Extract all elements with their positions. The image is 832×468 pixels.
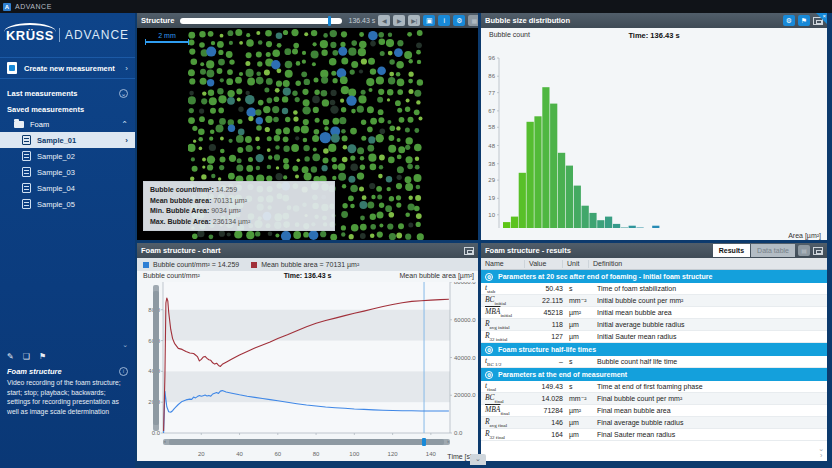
legend-item-bubble-count: Bubble count/mm² = 14.259 <box>143 261 239 268</box>
folder-label: Foam <box>30 120 115 129</box>
step-forward-button[interactable]: ▶| <box>408 15 420 26</box>
slider-handle[interactable] <box>169 439 444 445</box>
play-button[interactable]: ▶ <box>393 15 405 26</box>
report-icon[interactable]: ⚑ <box>39 353 46 361</box>
chart-panel-title: Foam structure - chart <box>141 246 221 255</box>
slider-left-arrow[interactable]: ‹ <box>164 438 166 444</box>
param-unit: µm <box>563 419 589 426</box>
svg-text:38: 38 <box>488 161 495 167</box>
chevron-right-icon: › <box>125 136 128 145</box>
fullscreen-icon[interactable] <box>464 247 474 255</box>
step-back-button[interactable]: ◀ <box>378 15 390 26</box>
logo-divider <box>59 28 60 42</box>
measurement-icon <box>22 183 31 193</box>
sample-label: Sample_03 <box>37 168 128 177</box>
sidebar-item-sample_01[interactable]: Sample_01› <box>0 132 135 148</box>
param-definition: Final average bubble radius <box>589 419 827 426</box>
horizontal-zoom-slider[interactable]: ‹ › <box>163 439 450 445</box>
app-title: ADVANCE <box>15 3 52 10</box>
param-unit: mm⁻² <box>563 297 589 305</box>
param-unit: mm⁻² <box>563 395 589 403</box>
overlay-label: Min. Bubble Area: <box>150 207 211 214</box>
panel-collapse-handle[interactable]: ⌄ <box>470 454 486 465</box>
column-header-value: Value <box>525 260 563 268</box>
time-cursor-marker[interactable] <box>422 438 426 446</box>
overlay-row: Max. Bubble Area: 236134 µm² <box>150 217 328 228</box>
column-header-name: Name <box>481 260 525 268</box>
overlay-value: 70131 µm² <box>213 197 247 204</box>
sidebar-item-sample_02[interactable]: Sample_02 <box>0 148 135 164</box>
sidebar-item-sample_04[interactable]: Sample_04 <box>0 180 135 196</box>
fullscreen-icon[interactable] <box>813 247 823 255</box>
section-gear-icon[interactable]: ⚙ <box>485 346 493 354</box>
legend-label: Mean bubble area = 70131 µm² <box>261 261 359 268</box>
snapshot-button[interactable]: ▣ <box>423 15 435 26</box>
export-icon[interactable]: ❏ <box>23 353 30 361</box>
chevron-up-icon[interactable]: ⌃ <box>121 120 128 129</box>
video-timeline-slider[interactable] <box>180 18 342 24</box>
param-name: BCfinal <box>481 393 525 404</box>
info-icon[interactable]: i <box>119 367 128 376</box>
overlay-row: Bubble count/mm²: 14.259 <box>150 185 328 196</box>
tab-data-table[interactable]: Data table <box>751 244 795 257</box>
param-value: 50.43 <box>525 285 563 292</box>
svg-text:0.0: 0.0 <box>454 430 463 436</box>
create-new-measurement-button[interactable]: Create new measurement › <box>0 57 135 79</box>
sidebar-item-last-measurements[interactable]: Last measurements ⌄ <box>0 85 135 101</box>
section-gear-icon[interactable]: ⚙ <box>485 273 493 281</box>
measurement-icon <box>22 167 31 177</box>
svg-text:20: 20 <box>198 451 205 457</box>
slider-handle[interactable] <box>153 291 159 425</box>
param-definition: Final mean bubble area <box>589 407 827 414</box>
param-definition: Initial mean bubble area <box>589 309 827 316</box>
svg-text:19: 19 <box>488 195 495 201</box>
table-row: R32 initial127µmInitial Sauter mean radi… <box>481 331 827 343</box>
param-value: 71284 <box>525 407 563 414</box>
settings-button[interactable]: ⚙ <box>783 15 795 26</box>
chevron-down-icon[interactable]: ⌄ <box>7 341 128 350</box>
param-definition: Initial average bubble radius <box>589 321 827 328</box>
param-name: MBAinitial <box>481 307 525 318</box>
param-name: Ravg initial <box>481 319 525 330</box>
results-panel-header: Foam structure - results Results Data ta… <box>481 243 827 258</box>
sidebar-folder-foam[interactable]: Foam ⌃ <box>0 117 135 132</box>
results-panel-title: Foam structure - results <box>485 246 571 255</box>
structure-panel-header: Structure 136.43 s ◀ ▶ ▶| ▣ i ⚙ ▦ <box>137 13 478 28</box>
param-value: 22.115 <box>525 297 563 304</box>
sample-label: Sample_04 <box>37 184 128 193</box>
param-value: – <box>525 358 563 365</box>
section-title: Parameters at 20 sec after end of foamin… <box>498 273 712 280</box>
tab-results[interactable]: Results <box>713 244 750 257</box>
section-header: ⚙Foam structure half-life times <box>481 343 827 356</box>
table-row: tfinal149.43sTime at end of first foamin… <box>481 381 827 393</box>
chart-panel-header: Foam structure - chart <box>137 243 478 258</box>
vertical-zoom-slider[interactable] <box>153 285 159 431</box>
slider-right-arrow[interactable]: › <box>447 438 449 444</box>
section-gear-icon[interactable]: ⚙ <box>485 371 493 379</box>
svg-text:77: 77 <box>488 90 495 96</box>
table-row: BCinitial22.115mm⁻²Initial bubble count … <box>481 295 827 307</box>
scroll-arrows[interactable]: ⌄› <box>818 445 824 459</box>
svg-text:60000.0: 60000.0 <box>454 317 476 323</box>
svg-text:100: 100 <box>349 451 360 457</box>
sidebar-item-sample_05[interactable]: Sample_05 <box>0 196 135 212</box>
sidebar-item-saved-measurements[interactable]: Saved measurements <box>0 101 135 117</box>
pen-icon[interactable]: ✎ <box>7 353 14 361</box>
svg-text:40: 40 <box>236 451 243 457</box>
param-value: 118 <box>525 321 563 328</box>
overlay-row: Min. Bubble Area: 9034 µm² <box>150 206 328 217</box>
report-button[interactable]: ⚑ <box>798 15 810 26</box>
param-definition: Final bubble count per mm² <box>589 395 827 402</box>
info-button[interactable]: i <box>438 15 450 26</box>
param-name: tfinal <box>481 381 525 392</box>
collapse-toggle-icon[interactable]: ⌄ <box>119 89 128 98</box>
workspace: Structure 136.43 s ◀ ▶ ▶| ▣ i ⚙ ▦ 2 mm B… <box>135 13 832 468</box>
corner-close-badge[interactable]: × <box>816 13 827 24</box>
param-unit: s <box>563 285 589 292</box>
settings-button[interactable]: ⚙ <box>453 15 465 26</box>
timeline-thumb[interactable] <box>328 16 331 26</box>
histogram-time-label: Time: 136.43 s <box>481 31 827 40</box>
legend-item-mean-area: Mean bubble area = 70131 µm² <box>251 261 359 268</box>
sidebar-item-sample_03[interactable]: Sample_03 <box>0 164 135 180</box>
column-header-unit: Unit <box>563 260 589 268</box>
